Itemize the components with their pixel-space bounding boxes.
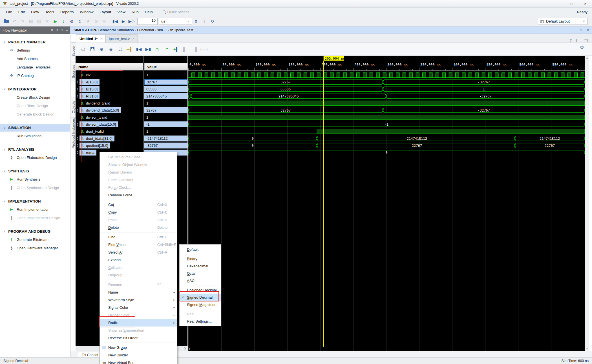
side-tab-protocol-instances[interactable]: Protocol Instances [71, 117, 76, 149]
value-column-header[interactable]: Value [144, 63, 187, 70]
flow-item-open-elaborated-design[interactable]: ❯Open Elaborated Design [0, 153, 70, 162]
minimize-panel-icon[interactable]: – [66, 28, 68, 32]
signal-value-cell[interactable]: 1 [144, 114, 187, 121]
expand-arrow-icon[interactable]: ❯ [76, 123, 79, 126]
scroll-down-icon[interactable]: ▼ [586, 347, 588, 350]
flow-section-header[interactable]: ∨IP INTEGRATOR [0, 85, 70, 93]
close-panel-icon[interactable]: × [587, 28, 589, 32]
menu-item-copy[interactable]: CopyCtrl+C [100, 208, 177, 216]
run-icon[interactable]: ▶ [51, 18, 59, 25]
menu-flow[interactable]: Flow [28, 9, 42, 15]
breakpoint-icon[interactable]: ✗ [84, 18, 92, 25]
waveform-settings-gear-icon[interactable]: ⚙ [580, 45, 584, 50]
menu-item-default[interactable]: Default [180, 246, 221, 253]
menu-help[interactable]: Help [142, 9, 156, 15]
run-all-icon[interactable]: ▶ [119, 18, 127, 25]
side-tab-objects[interactable]: Objects [71, 97, 76, 117]
flow-item-open-implemented-design[interactable]: ❯Open Implemented Design [0, 214, 70, 222]
flow-item-settings[interactable]: ⚙Settings [0, 46, 70, 54]
signal-value-cell[interactable]: 1 [144, 128, 187, 135]
menu-item-new-virtual-bus[interactable]: New Virtual Bus [100, 359, 177, 364]
menu-item-ascii[interactable]: ASCII [180, 277, 221, 284]
zoom-in-icon[interactable]: ⊕ [98, 45, 106, 53]
menu-view[interactable]: View [114, 9, 129, 15]
menu-item-select-all[interactable]: Select AllCtrl+A [100, 248, 177, 256]
menu-item-cut[interactable]: CutCtrl+X [100, 201, 177, 208]
close-button[interactable]: × [578, 0, 592, 7]
flow-item-run-simulation[interactable]: Run Simulation [0, 132, 70, 140]
previous-transition-icon[interactable]: ▮◀ [135, 45, 143, 53]
waveform-plot[interactable]: 0.000 ns50.000 ns100.000 ns150.000 ns200… [188, 56, 585, 352]
redo-icon[interactable]: ↷ [19, 18, 27, 25]
signal-value-cell[interactable]: 32767 [144, 107, 187, 114]
find-icon[interactable] [79, 45, 87, 53]
expand-arrow-icon[interactable]: ❯ [76, 144, 79, 147]
open-project-icon[interactable] [2, 18, 10, 25]
menu-item-waveform-style[interactable]: Waveform Style▸ [100, 296, 177, 304]
save-waveform-icon[interactable] [88, 45, 96, 53]
expand-arrow-icon[interactable]: ❯ [76, 94, 79, 97]
menu-item-signed-magnitude[interactable]: Signed Magnitude [180, 301, 221, 308]
restart-sim-icon[interactable]: ▮◀ [111, 18, 119, 25]
step-icon[interactable]: ⊻ [192, 18, 200, 25]
signal-value-cell[interactable]: -1 [144, 121, 187, 128]
sim-time-input[interactable]: 10 [137, 18, 158, 25]
tab-tcl-console[interactable]: Tcl Consol [78, 352, 102, 358]
time-unit-select[interactable]: us ∨ [159, 18, 192, 25]
menu-file[interactable]: File [3, 9, 15, 15]
signal-value-cell[interactable]: 1 [144, 72, 187, 79]
vertical-scrollbar[interactable]: ▲ ▼ [585, 56, 589, 351]
menu-item-new-group[interactable]: New Group [100, 344, 177, 351]
name-column-header[interactable]: Name [76, 63, 143, 70]
add-marker-icon[interactable]: +▌ [172, 45, 180, 53]
float-window-icon[interactable] [576, 39, 579, 42]
menu-item-hexadecimal[interactable]: Hexadecimal [180, 262, 221, 270]
minimize-button[interactable]: – [551, 0, 565, 7]
tab-ipcore-test-v[interactable]: ipcore_test.v× [105, 34, 138, 43]
expand-arrow-icon[interactable]: ❯ [76, 87, 79, 90]
menu-item-real-settings-[interactable]: Real Settings... [180, 318, 221, 325]
signal-value-cell[interactable]: 32767 [144, 79, 187, 86]
scroll-right-icon[interactable]: ❯ [184, 347, 186, 350]
flow-section-header[interactable]: ∨PROGRAM AND DEBUG [0, 228, 70, 235]
generate-bitstream-icon[interactable]: ⇓ [59, 18, 68, 25]
undo-icon[interactable]: ↶ [10, 18, 19, 25]
next-transition-icon[interactable]: ▶▮ [144, 45, 152, 53]
flow-section-header[interactable]: ∨RTL ANALYSIS [0, 146, 70, 153]
scroll-up-icon[interactable]: ▲ [586, 57, 588, 59]
collapse-all-icon[interactable]: ⇵ [50, 28, 53, 32]
maximize-panel-icon[interactable] [584, 39, 587, 42]
expand-arrow-icon[interactable]: ❯ [76, 151, 79, 154]
settings-gear-icon[interactable]: ⚙ [68, 18, 76, 25]
signal-value-cell[interactable]: -32767 [144, 142, 187, 149]
go-to-cursor-icon[interactable]: ➞▌ [125, 45, 134, 53]
menu-item-octal[interactable]: Octal [180, 270, 221, 277]
paste-icon[interactable]: ▥ [35, 18, 43, 25]
scroll-left-icon[interactable]: ❮ [188, 347, 191, 350]
menu-item-binary[interactable]: Binary [180, 255, 221, 262]
menu-item-find-[interactable]: Find...Ctrl+F [100, 233, 177, 241]
signal-value-cell[interactable]: 2147385345 [144, 93, 187, 100]
menu-item-signal-color[interactable]: Signal Color▸ [100, 304, 177, 311]
layout-selector[interactable]: Default Layout ∨ [538, 18, 587, 25]
flow-section-header[interactable]: ∨IMPLEMENTATION [0, 197, 70, 205]
attach-icon[interactable]: ⊘ [92, 18, 100, 25]
relaunch-icon[interactable]: ↻ [208, 18, 217, 25]
flow-item-create-block-design[interactable]: Create Block Design [0, 93, 70, 101]
side-tab-sources[interactable]: Sources [71, 61, 76, 82]
menu-edit[interactable]: Edit [15, 9, 28, 15]
flow-section-header[interactable]: ∨SYNTHESIS [0, 167, 70, 175]
menu-run[interactable]: Run [129, 9, 142, 15]
close-tab-icon[interactable]: × [132, 37, 134, 41]
side-tab-scope[interactable]: Scope [71, 42, 76, 60]
signal-value-cell[interactable]: -2147418112 [144, 135, 187, 142]
flow-item-run-implementation[interactable]: ▶Run Implementation [0, 205, 70, 214]
menu-item-reverse-bit-order[interactable]: Reverse Bit Order [100, 334, 177, 342]
zoom-out-icon[interactable]: ⊖ [107, 45, 115, 53]
menu-window[interactable]: Window [77, 9, 96, 15]
help-icon[interactable]: ? [61, 28, 63, 32]
swap-right-icon[interactable]: ↱ [163, 45, 171, 53]
flow-item-language-templates[interactable]: Language Templates [0, 63, 70, 71]
menu-layout[interactable]: Layout [96, 9, 114, 15]
menu-item-delete[interactable]: DeleteDelete [100, 224, 177, 231]
